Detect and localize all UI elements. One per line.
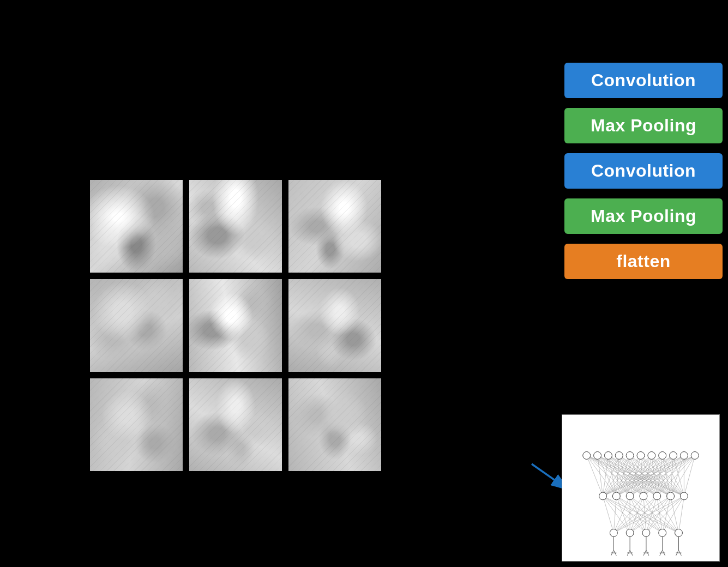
maxpool-layer-2: Max Pooling	[564, 198, 723, 234]
feature-map-4	[90, 279, 183, 372]
feature-map-8	[189, 378, 282, 471]
feature-map-7	[90, 378, 183, 471]
svg-point-139	[637, 451, 645, 459]
svg-line-104	[598, 455, 684, 496]
svg-line-73	[619, 455, 643, 496]
svg-line-7	[613, 496, 670, 533]
svg-line-23	[603, 496, 663, 533]
feature-map-3	[288, 180, 381, 273]
feature-maps-grid	[90, 180, 381, 471]
svg-line-14	[630, 496, 670, 533]
svg-point-142	[670, 451, 677, 459]
svg-line-2	[603, 496, 614, 533]
feature-map-6	[288, 279, 381, 372]
svg-line-21	[646, 496, 671, 533]
svg-point-154	[642, 529, 650, 536]
svg-point-138	[626, 451, 634, 459]
feature-map-2	[189, 180, 282, 273]
svg-line-36	[678, 496, 684, 533]
convolution-layer-2: Convolution	[564, 153, 723, 189]
svg-point-149	[653, 492, 661, 500]
feature-map-1	[90, 180, 183, 273]
svg-line-12	[630, 496, 643, 533]
svg-line-35	[671, 496, 679, 533]
svg-point-145	[599, 492, 607, 500]
feature-map-5	[189, 279, 282, 372]
svg-point-146	[612, 492, 620, 500]
maxpool-layer-1: Max Pooling	[564, 108, 723, 143]
svg-point-147	[626, 492, 634, 500]
svg-line-22	[646, 496, 684, 533]
svg-point-155	[659, 529, 666, 536]
svg-line-17	[616, 496, 646, 533]
svg-line-83	[608, 455, 657, 496]
svg-point-140	[648, 451, 655, 459]
svg-point-134	[583, 451, 591, 459]
svg-point-150	[667, 492, 675, 500]
svg-line-6	[613, 496, 657, 533]
svg-point-137	[615, 451, 623, 459]
svg-line-92	[587, 455, 671, 496]
svg-line-103	[587, 455, 684, 496]
svg-line-32	[630, 496, 678, 533]
svg-line-34	[657, 496, 679, 533]
flatten-layer: flatten	[564, 244, 723, 279]
neural-network-diagram	[562, 414, 720, 562]
svg-point-135	[594, 451, 601, 459]
svg-point-144	[691, 451, 699, 459]
svg-line-113	[684, 455, 695, 496]
svg-line-5	[613, 496, 643, 533]
svg-point-141	[659, 451, 666, 459]
svg-point-153	[626, 529, 634, 536]
feature-map-9	[288, 378, 381, 471]
svg-point-143	[680, 451, 688, 459]
svg-point-136	[604, 451, 612, 459]
main-container: Convolution Max Pooling Convolution Max …	[0, 0, 728, 567]
svg-line-39	[603, 455, 609, 496]
svg-point-152	[610, 529, 617, 536]
svg-point-156	[675, 529, 683, 536]
svg-line-82	[598, 455, 657, 496]
svg-point-148	[640, 492, 647, 500]
convolution-layer-1: Convolution	[564, 63, 723, 98]
svg-line-111	[673, 455, 684, 496]
svg-point-151	[680, 492, 688, 500]
